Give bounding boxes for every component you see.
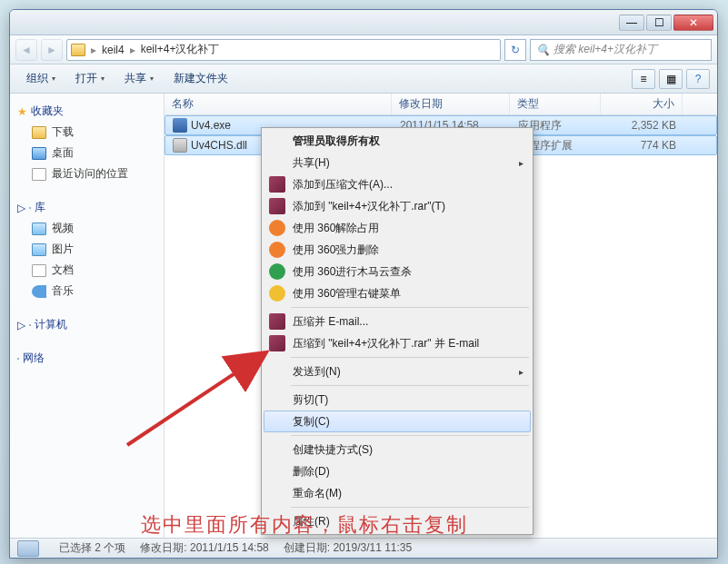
ctx-delete[interactable]: 删除(D) (264, 460, 531, 482)
breadcrumb-seg[interactable]: keil4 (98, 42, 128, 58)
ctx-zip-email-named[interactable]: 压缩到 "keil+4+汉化补丁.rar" 并 E-mail (264, 332, 531, 354)
sidebar-item-music[interactable]: 音乐 (14, 281, 160, 302)
dll-icon (173, 138, 187, 153)
folder-icon (32, 126, 46, 139)
ctx-share[interactable]: 共享(H)▸ (264, 152, 531, 173)
ctx-zip-email[interactable]: 压缩并 E-mail... (264, 311, 531, 332)
ctx-separator (291, 507, 529, 508)
recent-icon (32, 168, 46, 181)
exe-icon (173, 118, 187, 133)
network-icon (17, 358, 19, 360)
picture-icon (32, 243, 46, 256)
organize-button[interactable]: 组织▾ (17, 67, 65, 90)
ctx-360-rmenu[interactable]: 使用 360管理右键菜单 (264, 282, 531, 304)
ctx-shortcut[interactable]: 创建快捷方式(S) (264, 439, 531, 460)
library-icon (29, 207, 31, 209)
submenu-arrow-icon: ▸ (519, 367, 524, 377)
breadcrumb-sep: ▸ (128, 44, 137, 56)
sidebar-favorites[interactable]: ★收藏夹 (14, 101, 160, 122)
sidebar-item-documents[interactable]: 文档 (14, 260, 160, 281)
maximize-button[interactable]: ☐ (646, 15, 672, 31)
sidebar: ★收藏夹 下载 桌面 最近访问的位置 ▷库 视频 图片 文档 音乐 ▷计算机 网… (10, 94, 165, 538)
rar-icon (269, 176, 285, 193)
ctx-add-archive[interactable]: 添加到压缩文件(A)... (264, 173, 531, 195)
annotation-caption: 选中里面所有内容，鼠标右击复制 (141, 511, 468, 539)
rar-icon (269, 335, 285, 351)
sidebar-libraries[interactable]: ▷库 (14, 197, 160, 218)
360-icon (269, 263, 285, 280)
breadcrumb-seg[interactable]: keil+4+汉化补丁 (137, 40, 224, 59)
col-size[interactable]: 大小 (601, 94, 683, 114)
sidebar-computer[interactable]: ▷计算机 (14, 314, 160, 335)
share-button[interactable]: 共享▾ (115, 67, 163, 90)
sidebar-item-downloads[interactable]: 下载 (14, 122, 160, 143)
titlebar: — ☐ ✕ (10, 10, 717, 35)
360-icon (269, 242, 285, 258)
status-selection: 已选择 2 个项 (59, 540, 125, 556)
document-icon (32, 264, 46, 277)
ctx-360-unlock[interactable]: 使用 360解除占用 (264, 217, 531, 239)
ctx-copy[interactable]: 复制(C) (264, 411, 531, 432)
col-date[interactable]: 修改日期 (392, 94, 510, 114)
video-icon (32, 223, 46, 235)
search-input[interactable]: 🔍 搜索 keil+4+汉化补丁 (530, 39, 712, 61)
status-bar: 已选择 2 个项 修改日期: 2011/1/15 14:58 创建日期: 201… (10, 538, 717, 558)
rar-icon (269, 313, 285, 330)
360-icon (269, 285, 285, 302)
360-icon (269, 220, 285, 236)
toolbar: 组织▾ 打开▾ 共享▾ 新建文件夹 ≡ ▦ ? (10, 64, 717, 94)
status-icon (17, 540, 39, 557)
ctx-360-cloudscan[interactable]: 使用 360进行木马云查杀 (264, 261, 531, 282)
address-bar[interactable]: ▸ keil4 ▸ keil+4+汉化补丁 (66, 39, 501, 61)
new-folder-button[interactable]: 新建文件夹 (165, 67, 237, 90)
ctx-rename[interactable]: 重命名(M) (264, 482, 531, 504)
ctx-separator (291, 385, 529, 386)
sidebar-item-pictures[interactable]: 图片 (14, 239, 160, 260)
column-headers: 名称 修改日期 类型 大小 (165, 94, 717, 115)
close-button[interactable]: ✕ (673, 15, 713, 31)
sidebar-item-recent[interactable]: 最近访问的位置 (14, 163, 160, 184)
forward-button[interactable]: ► (41, 39, 63, 61)
open-button[interactable]: 打开▾ (66, 67, 114, 90)
sidebar-network[interactable]: 网络 (14, 348, 160, 369)
rar-icon (269, 198, 285, 214)
context-menu: 管理员取得所有权 共享(H)▸ 添加到压缩文件(A)... 添加到 "keil+… (261, 127, 534, 535)
ctx-separator (291, 307, 529, 308)
minimize-button[interactable]: — (619, 15, 644, 31)
ctx-360-forcedel[interactable]: 使用 360强力删除 (264, 239, 531, 261)
expand-icon: ▷ (17, 319, 25, 331)
ctx-separator (291, 435, 529, 436)
view-button[interactable]: ≡ (632, 69, 655, 89)
ctx-add-rar[interactable]: 添加到 "keil+4+汉化补丁.rar"(T) (264, 195, 531, 217)
star-icon: ★ (17, 105, 27, 118)
back-button[interactable]: ◄ (15, 39, 37, 61)
ctx-admin-own[interactable]: 管理员取得所有权 (264, 130, 531, 152)
music-icon (32, 285, 46, 298)
ctx-cut[interactable]: 剪切(T) (264, 389, 531, 411)
breadcrumb-sep: ▸ (89, 44, 98, 56)
status-created: 创建日期: 2019/3/11 11:35 (284, 540, 412, 556)
search-placeholder: 搜索 keil+4+汉化补丁 (553, 42, 657, 57)
submenu-arrow-icon: ▸ (519, 158, 524, 168)
computer-icon (29, 324, 31, 326)
status-modified: 修改日期: 2011/1/15 14:58 (140, 540, 268, 556)
navbar: ◄ ► ▸ keil4 ▸ keil+4+汉化补丁 ↻ 🔍 搜索 keil+4+… (10, 35, 717, 64)
sidebar-item-desktop[interactable]: 桌面 (14, 143, 160, 163)
expand-icon: ▷ (17, 202, 25, 214)
ctx-separator (291, 357, 529, 358)
search-icon: 🔍 (536, 44, 550, 56)
ctx-sendto[interactable]: 发送到(N)▸ (264, 361, 531, 382)
sidebar-item-videos[interactable]: 视频 (14, 218, 160, 239)
help-button[interactable]: ? (686, 69, 710, 89)
col-type[interactable]: 类型 (510, 94, 601, 114)
desktop-icon (32, 147, 46, 160)
folder-icon (71, 44, 85, 56)
col-name[interactable]: 名称 (165, 94, 392, 114)
preview-button[interactable]: ▦ (659, 69, 683, 89)
refresh-button[interactable]: ↻ (504, 39, 526, 61)
